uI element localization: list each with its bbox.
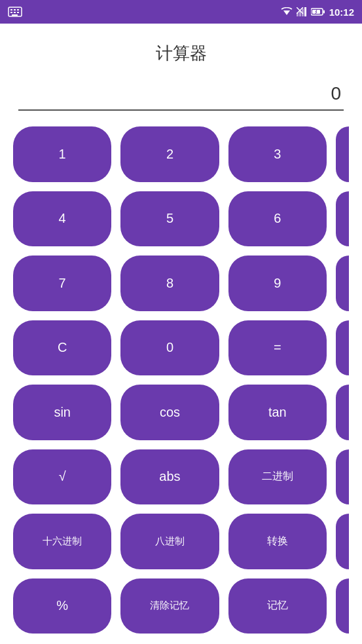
btn-oct[interactable]: 八进制 [120, 514, 219, 569]
btn-9[interactable]: 9 [228, 256, 327, 311]
display: 0 [18, 78, 344, 111]
btn-partial-3[interactable] [336, 256, 349, 311]
signal-icon [297, 7, 307, 16]
status-right: 10:12 [281, 7, 354, 18]
svg-rect-6 [17, 12, 19, 13]
keyboard-icon [8, 7, 22, 17]
row-6: √ abs 二进制 [13, 449, 349, 505]
svg-rect-17 [323, 10, 325, 14]
btn-5[interactable]: 5 [120, 191, 219, 247]
svg-marker-8 [283, 10, 290, 15]
svg-rect-2 [14, 9, 16, 10]
svg-rect-3 [17, 9, 19, 10]
svg-rect-4 [10, 12, 12, 13]
btn-tan[interactable]: tan [228, 385, 327, 440]
status-left [8, 7, 22, 17]
btn-abs[interactable]: abs [120, 449, 219, 505]
btn-equals[interactable]: = [228, 320, 327, 376]
svg-rect-1 [10, 9, 12, 10]
app-title: 计算器 [0, 24, 362, 78]
svg-rect-12 [304, 7, 306, 16]
svg-rect-5 [14, 12, 16, 13]
battery-icon [311, 8, 325, 16]
btn-partial-6[interactable] [336, 449, 349, 505]
btn-partial-1[interactable] [336, 126, 349, 182]
btn-partial-4[interactable] [336, 320, 349, 376]
btn-cos[interactable]: cos [120, 385, 219, 440]
btn-partial-5[interactable] [336, 385, 349, 440]
btn-1[interactable]: 1 [13, 126, 111, 182]
btn-partial-7[interactable] [336, 514, 349, 569]
row-5: sin cos tan [13, 385, 349, 440]
svg-rect-7 [12, 14, 18, 16]
status-time: 10:12 [329, 7, 354, 18]
wifi-icon [281, 7, 293, 16]
btn-2[interactable]: 2 [120, 126, 219, 182]
btn-0[interactable]: 0 [120, 320, 219, 376]
row-2: 4 5 6 [13, 191, 349, 247]
btn-7[interactable]: 7 [13, 256, 111, 311]
btn-6[interactable]: 6 [228, 191, 327, 247]
btn-percent[interactable]: % [13, 578, 111, 634]
btn-3[interactable]: 3 [228, 126, 327, 182]
btn-partial-8[interactable] [336, 578, 349, 634]
row-1: 1 2 3 [13, 126, 349, 182]
btn-c[interactable]: C [13, 320, 111, 376]
row-7: 十六进制 八进制 转换 [13, 514, 349, 569]
btn-binary[interactable]: 二进制 [228, 449, 327, 505]
row-4: C 0 = [13, 320, 349, 376]
btn-4[interactable]: 4 [13, 191, 111, 247]
row-3: 7 8 9 [13, 256, 349, 311]
btn-partial-2[interactable] [336, 191, 349, 247]
btn-convert[interactable]: 转换 [228, 514, 327, 569]
btn-hex[interactable]: 十六进制 [13, 514, 111, 569]
btn-8[interactable]: 8 [120, 256, 219, 311]
btn-sin[interactable]: sin [13, 385, 111, 440]
status-bar: 10:12 [0, 0, 362, 24]
btn-clearmem[interactable]: 清除记忆 [120, 578, 219, 634]
row-8: % 清除记忆 记忆 [13, 578, 349, 634]
btn-memory[interactable]: 记忆 [228, 578, 327, 634]
btn-sqrt[interactable]: √ [13, 449, 111, 505]
buttons-area: 1 2 3 4 5 6 7 8 9 C 0 = sin cos tan √ ab… [0, 111, 362, 644]
